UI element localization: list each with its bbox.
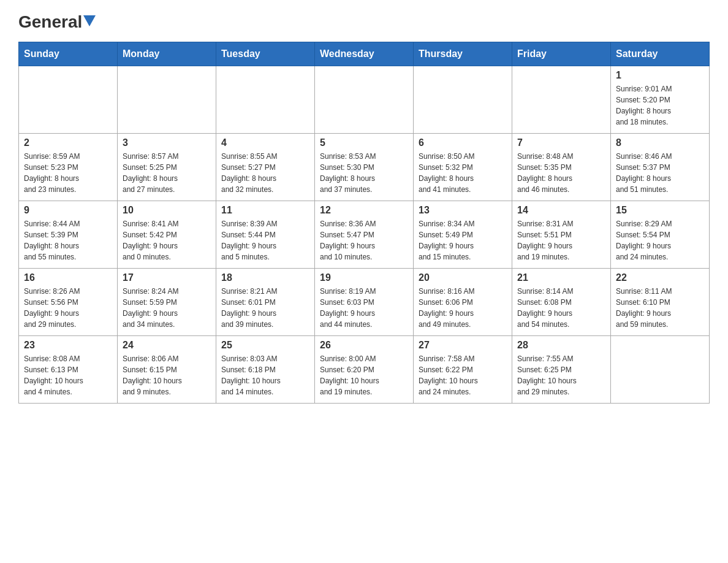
day-number: 20: [419, 272, 507, 283]
day-info: Sunrise: 8:55 AM Sunset: 5:27 PM Dayligh…: [221, 151, 309, 195]
day-info: Sunrise: 8:06 AM Sunset: 6:15 PM Dayligh…: [123, 353, 211, 397]
day-number: 21: [517, 272, 605, 283]
day-number: 18: [221, 272, 309, 283]
day-info: Sunrise: 8:19 AM Sunset: 6:03 PM Dayligh…: [320, 286, 408, 330]
day-number: 23: [24, 340, 112, 351]
day-number: 22: [616, 272, 704, 283]
calendar-cell: [315, 66, 414, 134]
day-info: Sunrise: 8:36 AM Sunset: 5:47 PM Dayligh…: [320, 218, 408, 262]
day-number: 19: [320, 272, 408, 283]
calendar-cell: 4Sunrise: 8:55 AM Sunset: 5:27 PM Daylig…: [216, 134, 315, 201]
day-info: Sunrise: 8:44 AM Sunset: 5:39 PM Dayligh…: [24, 218, 112, 262]
calendar-cell: 14Sunrise: 8:31 AM Sunset: 5:51 PM Dayli…: [512, 201, 611, 269]
logo-text: General: [18, 12, 96, 32]
day-info: Sunrise: 8:24 AM Sunset: 5:59 PM Dayligh…: [123, 286, 211, 330]
day-number: 10: [123, 205, 211, 216]
calendar-cell: 8Sunrise: 8:46 AM Sunset: 5:37 PM Daylig…: [611, 134, 710, 201]
day-number: 28: [517, 340, 605, 351]
day-info: Sunrise: 8:34 AM Sunset: 5:49 PM Dayligh…: [419, 218, 507, 262]
day-info: Sunrise: 8:59 AM Sunset: 5:23 PM Dayligh…: [24, 151, 112, 195]
calendar-body: 1Sunrise: 9:01 AM Sunset: 5:20 PM Daylig…: [19, 66, 710, 404]
day-info: Sunrise: 9:01 AM Sunset: 5:20 PM Dayligh…: [616, 83, 704, 128]
calendar-cell: 27Sunrise: 7:58 AM Sunset: 6:22 PM Dayli…: [414, 336, 512, 404]
day-number: 6: [419, 137, 507, 148]
calendar-cell: 5Sunrise: 8:53 AM Sunset: 5:30 PM Daylig…: [315, 134, 414, 201]
day-info: Sunrise: 8:48 AM Sunset: 5:35 PM Dayligh…: [517, 151, 605, 195]
week-row-4: 16Sunrise: 8:26 AM Sunset: 5:56 PM Dayli…: [19, 269, 710, 336]
day-info: Sunrise: 8:46 AM Sunset: 5:37 PM Dayligh…: [616, 151, 704, 195]
day-number: 5: [320, 137, 408, 148]
day-info: Sunrise: 8:11 AM Sunset: 6:10 PM Dayligh…: [616, 286, 704, 330]
calendar-cell: [512, 66, 611, 134]
svg-marker-0: [83, 15, 96, 26]
calendar-cell: 20Sunrise: 8:16 AM Sunset: 6:06 PM Dayli…: [414, 269, 512, 336]
day-number: 17: [123, 272, 211, 283]
day-info: Sunrise: 8:00 AM Sunset: 6:20 PM Dayligh…: [320, 353, 408, 397]
calendar-cell: 9Sunrise: 8:44 AM Sunset: 5:39 PM Daylig…: [19, 201, 118, 269]
day-number: 24: [123, 340, 211, 351]
week-row-3: 9Sunrise: 8:44 AM Sunset: 5:39 PM Daylig…: [19, 201, 710, 269]
calendar-cell: 19Sunrise: 8:19 AM Sunset: 6:03 PM Dayli…: [315, 269, 414, 336]
calendar-cell: 18Sunrise: 8:21 AM Sunset: 6:01 PM Dayli…: [216, 269, 315, 336]
calendar-cell: 26Sunrise: 8:00 AM Sunset: 6:20 PM Dayli…: [315, 336, 414, 404]
calendar-cell: 16Sunrise: 8:26 AM Sunset: 5:56 PM Dayli…: [19, 269, 118, 336]
calendar-cell: 2Sunrise: 8:59 AM Sunset: 5:23 PM Daylig…: [19, 134, 118, 201]
day-number: 7: [517, 137, 605, 148]
calendar-cell: 28Sunrise: 7:55 AM Sunset: 6:25 PM Dayli…: [512, 336, 611, 404]
calendar-cell: [19, 66, 118, 134]
day-number: 8: [616, 137, 704, 148]
week-row-2: 2Sunrise: 8:59 AM Sunset: 5:23 PM Daylig…: [19, 134, 710, 201]
calendar-cell: 25Sunrise: 8:03 AM Sunset: 6:18 PM Dayli…: [216, 336, 315, 404]
logo-general: General: [18, 12, 82, 32]
day-number: 11: [221, 205, 309, 216]
day-info: Sunrise: 8:41 AM Sunset: 5:42 PM Dayligh…: [123, 218, 211, 262]
day-info: Sunrise: 8:39 AM Sunset: 5:44 PM Dayligh…: [221, 218, 309, 262]
calendar-cell: [216, 66, 315, 134]
weekday-header-saturday: Saturday: [611, 42, 710, 66]
day-number: 4: [221, 137, 309, 148]
weekday-header-friday: Friday: [512, 42, 611, 66]
day-info: Sunrise: 8:57 AM Sunset: 5:25 PM Dayligh…: [123, 151, 211, 195]
day-info: Sunrise: 8:16 AM Sunset: 6:06 PM Dayligh…: [419, 286, 507, 330]
weekday-header-sunday: Sunday: [19, 42, 118, 66]
calendar-cell: 10Sunrise: 8:41 AM Sunset: 5:42 PM Dayli…: [118, 201, 216, 269]
calendar-cell: 3Sunrise: 8:57 AM Sunset: 5:25 PM Daylig…: [118, 134, 216, 201]
calendar-cell: 15Sunrise: 8:29 AM Sunset: 5:54 PM Dayli…: [611, 201, 710, 269]
day-number: 3: [123, 137, 211, 148]
logo: General: [18, 12, 96, 29]
calendar-cell: 7Sunrise: 8:48 AM Sunset: 5:35 PM Daylig…: [512, 134, 611, 201]
day-info: Sunrise: 8:21 AM Sunset: 6:01 PM Dayligh…: [221, 286, 309, 330]
calendar-cell: 17Sunrise: 8:24 AM Sunset: 5:59 PM Dayli…: [118, 269, 216, 336]
day-info: Sunrise: 8:53 AM Sunset: 5:30 PM Dayligh…: [320, 151, 408, 195]
calendar-cell: 21Sunrise: 8:14 AM Sunset: 6:08 PM Dayli…: [512, 269, 611, 336]
day-number: 12: [320, 205, 408, 216]
page-header: General: [18, 12, 710, 29]
day-info: Sunrise: 7:55 AM Sunset: 6:25 PM Dayligh…: [517, 353, 605, 397]
day-number: 2: [24, 137, 112, 148]
week-row-5: 23Sunrise: 8:08 AM Sunset: 6:13 PM Dayli…: [19, 336, 710, 404]
weekday-header-monday: Monday: [118, 42, 216, 66]
day-number: 1: [616, 70, 704, 81]
weekday-header-thursday: Thursday: [414, 42, 512, 66]
day-number: 9: [24, 205, 112, 216]
day-info: Sunrise: 8:14 AM Sunset: 6:08 PM Dayligh…: [517, 286, 605, 330]
weekday-header-wednesday: Wednesday: [315, 42, 414, 66]
weekday-header-tuesday: Tuesday: [216, 42, 315, 66]
week-row-1: 1Sunrise: 9:01 AM Sunset: 5:20 PM Daylig…: [19, 66, 710, 134]
calendar-header: SundayMondayTuesdayWednesdayThursdayFrid…: [19, 42, 710, 66]
day-info: Sunrise: 8:31 AM Sunset: 5:51 PM Dayligh…: [517, 218, 605, 262]
calendar: SundayMondayTuesdayWednesdayThursdayFrid…: [18, 42, 710, 404]
calendar-cell: 1Sunrise: 9:01 AM Sunset: 5:20 PM Daylig…: [611, 66, 710, 134]
calendar-cell: 24Sunrise: 8:06 AM Sunset: 6:15 PM Dayli…: [118, 336, 216, 404]
day-number: 15: [616, 205, 704, 216]
day-info: Sunrise: 8:08 AM Sunset: 6:13 PM Dayligh…: [24, 353, 112, 397]
calendar-cell: 22Sunrise: 8:11 AM Sunset: 6:10 PM Dayli…: [611, 269, 710, 336]
day-info: Sunrise: 7:58 AM Sunset: 6:22 PM Dayligh…: [419, 353, 507, 397]
logo-arrow-icon: [83, 15, 96, 28]
day-number: 26: [320, 340, 408, 351]
day-number: 25: [221, 340, 309, 351]
calendar-cell: 6Sunrise: 8:50 AM Sunset: 5:32 PM Daylig…: [414, 134, 512, 201]
weekday-row: SundayMondayTuesdayWednesdayThursdayFrid…: [19, 42, 710, 66]
calendar-cell: [611, 336, 710, 404]
day-number: 16: [24, 272, 112, 283]
